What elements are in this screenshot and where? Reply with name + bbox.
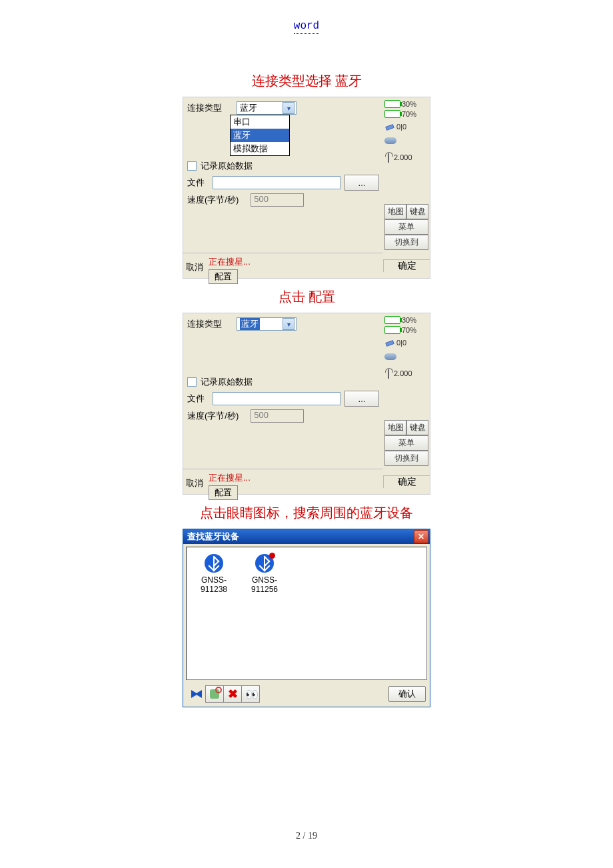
checkbox-record-raw[interactable] — [187, 161, 197, 171]
label-file: 文件 — [187, 393, 207, 405]
switch-button[interactable]: 切换到 — [384, 235, 428, 250]
label-record-raw: 记录原始数据 — [201, 376, 255, 388]
bluetooth-icon — [255, 554, 274, 573]
bluetooth-dialog: 查找蓝牙设备 ✕ GNSS- 911238 GNSS- 911256 ✖ 👀 确 — [183, 529, 430, 707]
ok-button[interactable]: 确定 — [383, 259, 430, 272]
status-dot-icon — [269, 553, 275, 559]
searching-status: 正在搜星... — [209, 472, 251, 484]
label-record-raw: 记录原始数据 — [201, 160, 255, 172]
caption-1: 连接类型选择 蓝牙 — [0, 72, 613, 90]
chevron-down-icon[interactable]: ▾ — [283, 102, 295, 114]
file-browse-button[interactable]: ... — [344, 391, 379, 407]
device-name-line2: 911238 — [195, 585, 233, 594]
satellite-value: 0|0 — [396, 123, 406, 131]
ok-button[interactable]: 确定 — [383, 475, 430, 488]
map-button[interactable]: 地图 — [384, 204, 406, 219]
label-speed: 速度(字节/秒) — [187, 194, 241, 206]
dialog-titlebar: 查找蓝牙设备 ✕ — [183, 529, 430, 544]
checkbox-record-raw[interactable] — [187, 377, 197, 387]
battery-2-value: 70% — [402, 326, 416, 334]
battery-icon — [384, 100, 400, 108]
doc-header: word — [0, 20, 613, 32]
dialog-title: 查找蓝牙设备 — [187, 531, 239, 543]
battery-icon — [384, 110, 400, 118]
antenna-icon — [384, 368, 392, 379]
label-conn-type: 连接类型 — [187, 102, 225, 114]
status-sidebar: 30% 70% 0|0 2.000 — [383, 313, 430, 469]
device-name-line2: 911256 — [245, 585, 284, 594]
satellite-icon — [384, 123, 395, 131]
antenna-status: 2.000 — [384, 152, 428, 163]
battery-1-value: 30% — [402, 316, 416, 324]
caption-2: 点击 配置 — [0, 288, 613, 306]
satellite-value: 0|0 — [396, 339, 406, 347]
conn-type-value: 蓝牙 — [240, 318, 260, 330]
opt-bluetooth[interactable]: 蓝牙 — [231, 129, 289, 142]
battery-2: 70% — [384, 326, 428, 334]
satellite-status: 0|0 — [384, 339, 428, 347]
keyboard-button[interactable]: 键盘 — [406, 204, 428, 219]
cancel-button[interactable]: 取消 — [186, 472, 206, 489]
conn-type-dropdown[interactable]: 串口 蓝牙 模拟数据 — [230, 115, 290, 156]
battery-1: 30% — [384, 316, 428, 324]
battery-1: 30% — [384, 100, 428, 108]
panel-connection-a: 连接类型 蓝牙 ▾ 串口 蓝牙 模拟数据 记录原始数据 — [183, 97, 430, 279]
search-eyes-icon[interactable]: 👀 — [241, 685, 260, 703]
opt-serial[interactable]: 串口 — [231, 115, 289, 129]
config-tab[interactable]: 配置 — [209, 269, 238, 284]
bluetooth-device-list[interactable]: GNSS- 911238 GNSS- 911256 — [186, 547, 427, 680]
keyboard-button[interactable]: 键盘 — [406, 420, 428, 435]
switch-button[interactable]: 切换到 — [384, 451, 428, 466]
device-name-line1: GNSS- — [245, 575, 284, 585]
bluetooth-device[interactable]: GNSS- 911238 — [195, 554, 233, 594]
side-buttons: 地图 键盘 菜单 切换到 — [384, 204, 428, 250]
satellite-icon — [384, 339, 395, 347]
pair-icon[interactable] — [187, 685, 206, 703]
doc-title: word — [294, 20, 319, 34]
label-speed: 速度(字节/秒) — [187, 410, 241, 422]
map-button[interactable]: 地图 — [384, 420, 406, 435]
bluetooth-device[interactable]: GNSS- 911256 — [245, 554, 284, 594]
menu-button[interactable]: 菜单 — [384, 219, 428, 235]
antenna-value: 2.000 — [394, 153, 412, 161]
config-tab[interactable]: 配置 — [209, 485, 238, 500]
label-file: 文件 — [187, 177, 207, 189]
antenna-value: 2.000 — [394, 369, 412, 377]
bluetooth-toolbar: ✖ 👀 确认 — [183, 683, 430, 707]
battery-icon — [384, 326, 400, 334]
battery-1-value: 30% — [402, 100, 416, 108]
conn-type-value: 蓝牙 — [240, 102, 257, 114]
bluetooth-icon — [205, 554, 223, 573]
file-browse-button[interactable]: ... — [344, 175, 379, 191]
side-buttons: 地图 键盘 菜单 切换到 — [384, 420, 428, 466]
label-conn-type: 连接类型 — [187, 318, 225, 330]
speed-input[interactable]: 500 — [251, 409, 304, 423]
antenna-status: 2.000 — [384, 368, 428, 379]
speed-input[interactable]: 500 — [251, 193, 304, 207]
caption-3: 点击眼睛图标，搜索周围的蓝牙设备 — [0, 504, 613, 522]
cancel-button[interactable]: 取消 — [186, 256, 206, 273]
panel-connection-b: 连接类型 蓝牙 ▾ 记录原始数据 文件 ... — [183, 313, 430, 495]
battery-2-value: 70% — [402, 110, 416, 118]
antenna-icon — [384, 152, 392, 163]
searching-status: 正在搜星... — [209, 256, 251, 268]
confirm-button[interactable]: 确认 — [388, 686, 426, 702]
menu-button[interactable]: 菜单 — [384, 435, 428, 451]
battery-2: 70% — [384, 110, 428, 118]
satellite-status: 0|0 — [384, 123, 428, 131]
page-number: 2 / 19 — [0, 831, 613, 841]
file-input[interactable] — [213, 392, 340, 405]
delete-icon[interactable]: ✖ — [223, 685, 242, 703]
conn-type-combo[interactable]: 蓝牙 ▾ — [237, 317, 297, 331]
device-name-line1: GNSS- — [195, 575, 233, 585]
settings-icon[interactable] — [205, 685, 224, 703]
conn-type-combo[interactable]: 蓝牙 ▾ — [237, 101, 297, 115]
close-icon[interactable]: ✕ — [414, 530, 428, 543]
chevron-down-icon[interactable]: ▾ — [283, 318, 295, 330]
battery-icon — [384, 316, 400, 324]
opt-sim[interactable]: 模拟数据 — [231, 142, 289, 155]
status-sidebar: 30% 70% 0|0 2.000 — [383, 97, 430, 253]
pill-icon — [384, 353, 396, 360]
pill-icon — [384, 137, 396, 144]
file-input[interactable] — [213, 176, 340, 189]
